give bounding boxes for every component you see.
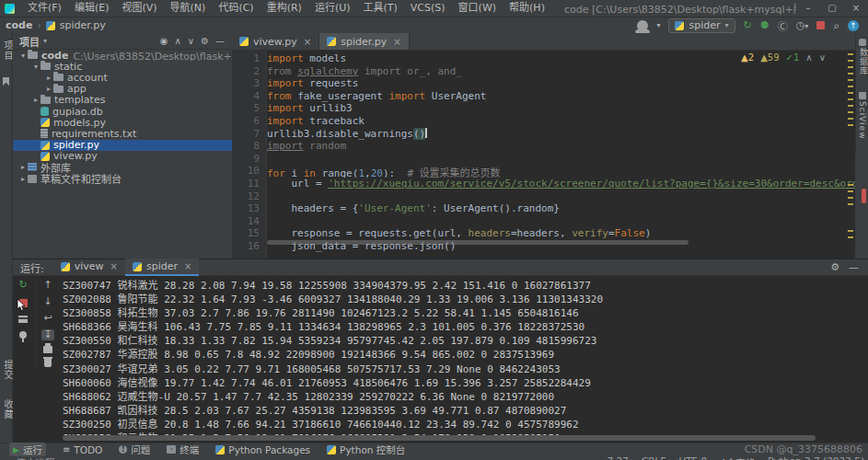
restore-layout-icon[interactable] bbox=[18, 316, 28, 323]
warning-stripe-mark bbox=[848, 203, 853, 205]
code-line: 7urllib3.disable_warnings() bbox=[232, 128, 855, 141]
code-token: = bbox=[608, 227, 615, 239]
print-icon[interactable] bbox=[43, 346, 52, 353]
tool-window-button-pypkg[interactable]: Python Packages bbox=[215, 444, 310, 455]
project-panel-title[interactable]: 项目 bbox=[19, 34, 40, 49]
run-tab[interactable]: vivew× bbox=[53, 259, 125, 274]
tree-row[interactable]: models.py bbox=[13, 117, 232, 128]
code-editor[interactable]: 1import models2from sqlalchemy import or… bbox=[232, 51, 855, 259]
run-config-selector[interactable]: spider ▾ bbox=[668, 18, 735, 33]
editor-tab[interactable]: spider.py× bbox=[319, 33, 409, 50]
tree-row[interactable]: gupiao.db bbox=[13, 106, 232, 117]
menu-item[interactable]: 视图(V) bbox=[115, 2, 163, 14]
rerun-icon[interactable]: ↻ bbox=[18, 280, 27, 291]
menu-item[interactable]: 工具(T) bbox=[357, 2, 404, 14]
editor-tab[interactable]: vivew.py× bbox=[232, 33, 319, 50]
maximize-button[interactable]: ▢ bbox=[820, 0, 844, 17]
user-dropdown-arrow-icon[interactable]: ▾ bbox=[656, 21, 660, 29]
next-problem-icon[interactable]: ∨ bbox=[819, 52, 826, 63]
tree-item-label: 外部库 bbox=[41, 162, 71, 173]
soft-wrap-icon[interactable]: ↩ bbox=[43, 313, 52, 324]
rerun-button[interactable]: ↻ bbox=[744, 19, 752, 31]
tree-row[interactable]: spider.py bbox=[13, 140, 232, 151]
status-bar-item[interactable]: CRLF bbox=[642, 455, 666, 460]
tool-window-button-run[interactable]: ▶运行 bbox=[9, 443, 46, 456]
breadcrumb-project[interactable]: code bbox=[6, 19, 32, 31]
close-tab-icon[interactable]: × bbox=[110, 261, 118, 271]
down-stack-trace-icon[interactable]: ↓ bbox=[43, 296, 52, 307]
tool-window-button-pycon[interactable]: Python 控制台 bbox=[327, 443, 405, 456]
menu-item[interactable]: VCS(S) bbox=[404, 2, 452, 14]
tree-row[interactable]: ▸草稿文件和控制台 bbox=[13, 173, 232, 184]
tree-row[interactable]: ▾static bbox=[13, 61, 232, 72]
status-bar-item[interactable]: 4个空格 bbox=[720, 455, 755, 460]
prev-problem-icon[interactable]: ∧ bbox=[805, 52, 812, 63]
gear-icon[interactable]: ⚙ bbox=[201, 36, 209, 46]
expand-all-icon[interactable]: ∧ bbox=[174, 36, 180, 46]
tree-arrow-icon[interactable]: ▸ bbox=[18, 175, 28, 183]
status-bar-item[interactable]: Python 3.7 (2022.5) bbox=[768, 455, 864, 460]
chevron-down-icon[interactable]: ▾ bbox=[43, 37, 47, 45]
menu-item[interactable]: 窗口(W) bbox=[452, 2, 503, 14]
tool-window-button-terminal[interactable]: ›终端 bbox=[167, 443, 199, 456]
status-bar-item[interactable]: UTF-8 bbox=[679, 455, 708, 460]
menu-item[interactable]: 文件(F) bbox=[21, 2, 68, 14]
gear-icon[interactable]: ⚙ bbox=[830, 261, 839, 273]
console-output[interactable]: SZ300747 锐科激光 28.28 2.08 7.94 19.58 1225… bbox=[63, 277, 863, 435]
run-tab[interactable]: spider× bbox=[125, 259, 199, 276]
minimize-button[interactable]: – bbox=[796, 0, 820, 17]
tool-window-sciview-button[interactable]: SciView bbox=[858, 101, 867, 140]
update-available-icon[interactable]: ↑ bbox=[848, 20, 859, 31]
menu-item[interactable]: 导航(N) bbox=[164, 2, 213, 14]
close-tab-icon[interactable]: × bbox=[393, 37, 400, 47]
pycharm-window: 文件(F)编辑(E)视图(V)导航(N)代码(C)重构(R)运行(U)工具(T)… bbox=[0, 0, 868, 460]
close-tab-icon[interactable]: × bbox=[304, 37, 311, 47]
tool-window-button-todo[interactable]: ≡TODO bbox=[63, 444, 102, 455]
tree-arrow-icon[interactable]: ▸ bbox=[31, 96, 41, 104]
pin-tab-icon[interactable] bbox=[19, 331, 27, 339]
tree-row[interactable]: vivew.py bbox=[13, 151, 232, 162]
editor-error-stripe[interactable] bbox=[847, 51, 854, 259]
console-horizontal-scrollbar[interactable] bbox=[63, 435, 816, 441]
scroll-to-end-icon[interactable]: ↧ bbox=[41, 329, 53, 340]
tree-row[interactable]: requirements.txt bbox=[13, 128, 232, 139]
tree-row[interactable]: ▾codeC:\Users\83852\Desktop\flask+mysql+… bbox=[13, 50, 232, 61]
menu-item[interactable]: 重构(R) bbox=[260, 2, 308, 14]
locate-file-icon[interactable]: ◉ bbox=[160, 36, 168, 46]
tool-window-button-problem[interactable]: !问题 bbox=[119, 443, 150, 456]
menu-item[interactable]: 编辑(E) bbox=[68, 2, 116, 14]
stop-button[interactable] bbox=[816, 21, 825, 29]
hide-console-icon[interactable]: — bbox=[849, 261, 859, 273]
tree-row[interactable]: ▸account bbox=[13, 72, 232, 83]
tree-arrow-icon[interactable]: ▾ bbox=[31, 63, 41, 71]
editor-horizontal-scrollbar[interactable] bbox=[267, 240, 689, 245]
tool-window-database-button[interactable]: 数据库 bbox=[858, 48, 868, 75]
tree-arrow-icon[interactable]: ▸ bbox=[44, 74, 53, 82]
user-icon[interactable] bbox=[637, 20, 648, 31]
close-button[interactable]: × bbox=[844, 0, 868, 17]
tree-arrow-icon[interactable]: ▾ bbox=[18, 52, 28, 60]
tree-row[interactable]: ▸templates bbox=[13, 95, 232, 106]
search-everywhere-icon[interactable]: ⌕ bbox=[833, 19, 839, 32]
menu-item[interactable]: 运行(U) bbox=[308, 2, 357, 14]
menu-item[interactable]: 代码(C) bbox=[212, 2, 260, 14]
inspections-widget[interactable]: ▲2 ▲59 ✓1 ∧ ∨ bbox=[737, 52, 829, 63]
collapse-all-icon[interactable]: ∨ bbox=[188, 36, 194, 46]
breadcrumb-file[interactable]: spider.py bbox=[60, 19, 106, 31]
close-tab-icon[interactable]: × bbox=[184, 261, 191, 271]
hide-panel-icon[interactable]: — bbox=[215, 36, 225, 46]
code-line: 6import traceback bbox=[232, 115, 855, 128]
profiler-button[interactable]: ◷▾ bbox=[796, 19, 809, 31]
tree-row[interactable]: ▸外部库 bbox=[13, 162, 232, 173]
tree-arrow-icon[interactable]: ▸ bbox=[18, 163, 28, 171]
bookmark-icon[interactable] bbox=[3, 77, 9, 86]
tree-row[interactable]: ▸app bbox=[13, 84, 232, 95]
clear-console-icon[interactable] bbox=[44, 359, 52, 367]
tree-arrow-icon[interactable]: ▸ bbox=[44, 85, 53, 93]
coverage-button[interactable]: Ⓒ bbox=[778, 18, 788, 33]
menu-item[interactable]: 帮助(H) bbox=[503, 2, 551, 14]
menu-bar: 文件(F)编辑(E)视图(V)导航(N)代码(C)重构(R)运行(U)工具(T)… bbox=[21, 0, 551, 17]
debug-button[interactable]: ⚉ bbox=[760, 19, 770, 31]
status-bar-item[interactable]: 7:27 bbox=[607, 455, 629, 460]
up-stack-trace-icon[interactable]: ↑ bbox=[43, 280, 52, 291]
